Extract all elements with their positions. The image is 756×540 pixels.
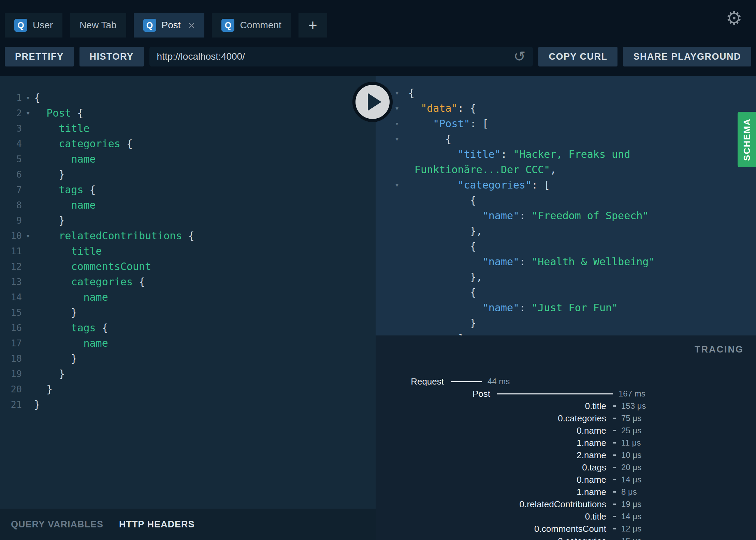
tabs-container: QUserNew TabQPost×QComment [5, 13, 291, 38]
query-line[interactable]: 7 tags { [5, 182, 376, 197]
fold-arrow-icon[interactable]: ▾ [22, 90, 34, 105]
code-token: { [182, 230, 194, 242]
trace-row: 0.commentsCount12 μs [376, 523, 756, 535]
code-token: categories [59, 138, 120, 150]
trace-time: 75 μs [621, 414, 641, 423]
trace-duration-bar [613, 430, 616, 431]
reload-schema-icon[interactable]: ↺ [513, 49, 525, 64]
code-token: tags [71, 322, 96, 334]
trace-time: 15 μs [621, 536, 641, 540]
query-line[interactable]: 19 } [5, 366, 376, 381]
query-line[interactable]: 16 tags { [5, 320, 376, 335]
trace-row: 0.categories75 μs [376, 412, 756, 424]
add-tab-button[interactable]: + [299, 13, 327, 38]
close-tab-icon[interactable]: × [188, 19, 195, 31]
fold-gutter [22, 305, 34, 320]
query-line-content: } [34, 381, 53, 397]
right-pane: ▾{▾ "data": {▾ "Post": [▾ { "title": "Ha… [376, 76, 756, 540]
trace-row: 0.relatedContributions19 μs [376, 498, 756, 510]
line-number: 13 [5, 274, 22, 289]
query-line[interactable]: 8 name [5, 197, 376, 213]
code-token: Funktionäre...Der CCC" [415, 164, 550, 176]
fold-gutter [22, 121, 34, 136]
main-area: 1▾{2▾ Post {3 title4 categories {5 name6… [0, 76, 756, 540]
fold-arrow-icon[interactable]: ▾ [395, 101, 408, 116]
query-editor[interactable]: 1▾{2▾ Post {3 title4 categories {5 name6… [0, 76, 376, 412]
code-token: } [34, 352, 77, 364]
query-line-content: title [34, 243, 102, 259]
endpoint-url-input[interactable] [157, 51, 514, 62]
query-line-content: } [34, 351, 77, 366]
code-token: "name" [482, 210, 519, 222]
response-line: ▾ "data": { [395, 101, 756, 116]
line-number: 19 [5, 366, 22, 381]
schema-tab[interactable]: SCHEMA [738, 112, 756, 167]
query-line[interactable]: 17 name [5, 335, 376, 351]
line-number: 11 [5, 243, 22, 259]
query-variables-tab[interactable]: QUERY VARIABLES [11, 519, 103, 530]
query-line[interactable]: 10▾ relatedContributions { [5, 228, 376, 243]
fold-arrow-icon[interactable]: ▾ [22, 228, 34, 243]
fold-arrow-icon[interactable]: ▾ [395, 116, 408, 131]
fold-arrow-icon[interactable]: ▾ [22, 105, 34, 121]
fold-arrow-icon[interactable]: ▾ [395, 177, 408, 193]
execute-query-button[interactable] [352, 82, 393, 122]
tab-post[interactable]: QPost× [134, 13, 205, 38]
code-token [34, 230, 59, 242]
trace-row: 1.name8 μs [376, 486, 756, 498]
tab-new-tab[interactable]: New Tab [70, 13, 126, 38]
query-line[interactable]: 21} [5, 397, 376, 412]
code-token: { [408, 133, 451, 145]
query-line[interactable]: 2▾ Post { [5, 105, 376, 121]
query-line[interactable]: 11 title [5, 243, 376, 259]
trace-label: 1.name [376, 438, 606, 448]
settings-gear-icon[interactable]: ⚙ [726, 9, 742, 27]
query-line[interactable]: 4 categories { [5, 136, 376, 151]
code-token [408, 164, 415, 176]
trace-row: 0.tags20 μs [376, 461, 756, 474]
trace-time: 167 ms [619, 389, 645, 399]
query-line-content: name [34, 335, 108, 351]
query-line[interactable]: 9 } [5, 213, 376, 228]
code-token: } [408, 317, 476, 329]
tab-comment[interactable]: QComment [212, 13, 291, 38]
tracing-panel: TRACING Request44 msPost167 ms0.title153… [376, 335, 756, 540]
tab-user[interactable]: QUser [5, 13, 62, 38]
code-token: name [71, 199, 96, 211]
query-line-content: } [34, 366, 65, 381]
query-line[interactable]: 3 title [5, 121, 376, 136]
code-token: }, [408, 225, 482, 237]
trace-duration-bar [613, 491, 616, 493]
response-line-content: { [408, 239, 476, 254]
query-line[interactable]: 18 } [5, 351, 376, 366]
copy-curl-button[interactable]: COPY CURL [538, 47, 617, 66]
response-line-content: "data": { [408, 101, 476, 116]
query-line[interactable]: 13 categories { [5, 274, 376, 289]
share-playground-button[interactable]: SHARE PLAYGROUND [623, 47, 751, 66]
line-number: 14 [5, 289, 22, 305]
query-line-content: } [34, 213, 65, 228]
line-number: 6 [5, 167, 22, 182]
query-line[interactable]: 20 } [5, 381, 376, 397]
query-editor-pane[interactable]: 1▾{2▾ Post {3 title4 categories {5 name6… [0, 76, 376, 540]
query-line[interactable]: 12 commentsCount [5, 259, 376, 274]
code-token: "title" [458, 148, 501, 160]
fold-arrow-icon[interactable]: ▾ [395, 131, 408, 147]
query-line[interactable]: 5 name [5, 151, 376, 167]
prettify-button[interactable]: PRETTIFY [5, 47, 74, 66]
code-token: ] [408, 332, 464, 335]
query-line[interactable]: 1▾{ [5, 90, 376, 105]
query-line-content: } [34, 397, 40, 412]
query-line[interactable]: 14 name [5, 289, 376, 305]
http-headers-tab[interactable]: HTTP HEADERS [119, 519, 195, 530]
code-token: Post [46, 107, 71, 119]
trace-time: 14 μs [621, 512, 641, 521]
fold-gutter [395, 147, 408, 162]
fold-arrow-icon[interactable]: ▾ [395, 85, 408, 101]
query-line[interactable]: 15 } [5, 305, 376, 320]
query-line[interactable]: 6 } [5, 167, 376, 182]
response-line-content: } [408, 315, 476, 331]
line-number: 16 [5, 320, 22, 335]
trace-time: 10 μs [621, 450, 641, 460]
history-button[interactable]: HISTORY [79, 47, 144, 66]
